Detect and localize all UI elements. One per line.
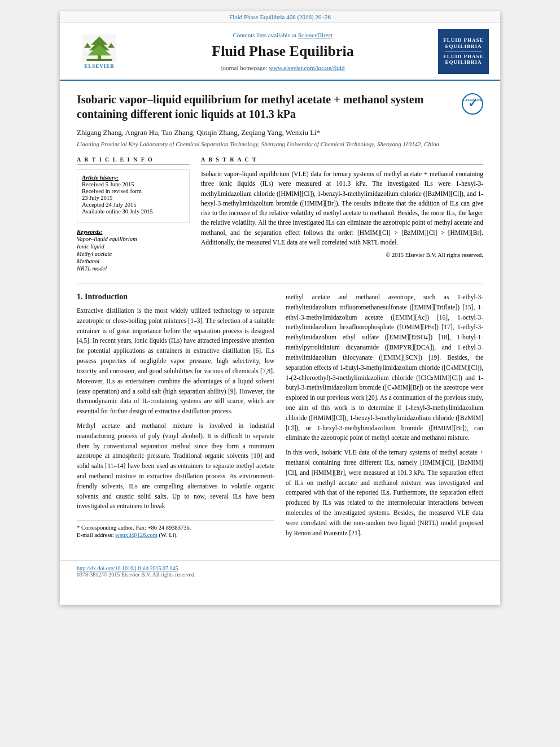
history-label: Article history: (82, 174, 185, 181)
fpe-logo: FLUID PHASE EQUILIBRIA FLUID PHASE EQUIL… (438, 29, 489, 74)
journal-title: Fluid Phase Equilibria (136, 43, 430, 60)
keyword-1: Vapor–liquid equilibrium (77, 236, 190, 242)
email-note: E-mail address: wenxli@126.com (W. Li). (77, 532, 274, 538)
article-info-abstract-section: A R T I C L E I N F O Article history: R… (77, 156, 483, 272)
journal-ref: Fluid Phase Equilibria 408 (2016) 20–26 (229, 14, 331, 20)
page: Fluid Phase Equilibria 408 (2016) 20–26 … (60, 11, 500, 605)
keyword-4: Methanol (77, 258, 190, 264)
article-body: Isobaric vapor–liquid equilibrium for me… (60, 81, 500, 554)
fpe-logo-area: FLUID PHASE EQUILIBRIA FLUID PHASE EQUIL… (435, 29, 492, 74)
intro-right-para-2: In this work, isobaric VLE data of the t… (286, 448, 483, 538)
homepage-url[interactable]: www.elsevier.com/locate/fluid (269, 64, 344, 71)
crossmark-icon: ✓ CrossMark (462, 93, 483, 115)
intro-right-para-1: methyl acetate and methanol azeotrope, s… (286, 292, 483, 443)
email-link[interactable]: wenxli@126.com (115, 532, 158, 538)
section1-text-left: Extractive distillation is the most wide… (77, 306, 274, 512)
abstract-text: Isobaric vapor–liquid equilibrium (VLE) … (201, 169, 483, 247)
section1-text-right: methyl acetate and methanol azeotrope, s… (286, 292, 483, 539)
abstract-col: A B S T R A C T Isobaric vapor–liquid eq… (201, 156, 483, 272)
affiliation: Liaoning Provincial Key Laboratory of Ch… (77, 141, 483, 147)
keywords-label: Keywords: (77, 229, 190, 235)
footer-issn: 0378-3812/© 2015 Elsevier B.V. All right… (77, 571, 483, 578)
authors: Zhigang Zhang, Angran Hu, Tao Zhang, Qin… (77, 128, 483, 137)
keyword-5: NRTL model (77, 265, 190, 272)
article-title-area: Isobaric vapor–liquid equilibrium for me… (77, 92, 483, 121)
section1-number: 1. (77, 292, 83, 301)
corresponding-note: * Corresponding author. Fax: +86 24 8938… (77, 525, 274, 531)
doi-link[interactable]: http://dx.doi.org/10.1016/j.fluid.2015.0… (77, 565, 178, 571)
copyright: © 2015 Elsevier B.V. All rights reserved… (201, 252, 483, 258)
footer-doi: http://dx.doi.org/10.1016/j.fluid.2015.0… (77, 565, 483, 571)
journal-ref-bar: Fluid Phase Equilibria 408 (2016) 20–26 (60, 11, 500, 23)
journal-header: ELSEVIER Contents lists available at Sci… (60, 23, 500, 81)
accepted-date: Accepted 24 July 2015 (82, 202, 185, 208)
history-group: Article history: Received 5 June 2015 Re… (82, 174, 185, 215)
article-info-label: A R T I C L E I N F O (77, 156, 190, 165)
sciencedirect-link[interactable]: ScienceDirect (298, 32, 333, 38)
article-title-text: Isobaric vapor–liquid equilibrium for me… (77, 92, 456, 121)
article-info-box: Article history: Received 5 June 2015 Re… (77, 169, 190, 223)
elsevier-tree-icon (82, 34, 116, 62)
introduction-section: 1. Introduction Extractive distillation … (77, 292, 483, 543)
available-date: Available online 30 July 2015 (82, 208, 185, 215)
section-divider (77, 283, 483, 283)
email-label: E-mail address: (77, 532, 114, 538)
footer: http://dx.doi.org/10.1016/j.fluid.2015.0… (60, 560, 500, 582)
keywords-box: Keywords: Vapor–liquid equilibrium Ionic… (77, 229, 190, 272)
elsevier-logo-area: ELSEVIER (68, 29, 130, 74)
intro-para-1: Extractive distillation is the most wide… (77, 306, 274, 417)
received-revised-label: Received in revised form (82, 188, 185, 194)
contents-available: Contents lists available at ScienceDirec… (136, 32, 430, 38)
svg-text:CrossMark: CrossMark (463, 98, 482, 102)
received-date: Received 5 June 2015 (82, 181, 185, 187)
intro-right-col: methyl acetate and methanol azeotrope, s… (286, 292, 483, 543)
section1-title: 1. Introduction (77, 292, 274, 302)
intro-left-col: 1. Introduction Extractive distillation … (77, 292, 274, 543)
received-revised-date: 23 July 2015 (82, 195, 185, 201)
footnotes: * Corresponding author. Fax: +86 24 8938… (77, 521, 274, 538)
keyword-3: Methyl acetate (77, 251, 190, 257)
keyword-2: Ionic liquid (77, 243, 190, 250)
svg-rect-5 (87, 59, 112, 61)
abstract-label: A B S T R A C T (201, 156, 483, 165)
email-person: (W. Li). (159, 532, 178, 538)
section1-title-text: Introduction (85, 292, 128, 301)
elsevier-label: ELSEVIER (84, 63, 115, 69)
intro-para-2: Methyl acetate and methanol mixture is i… (77, 421, 274, 512)
journal-homepage: journal homepage: www.elsevier.com/locat… (136, 64, 430, 71)
article-info-col: A R T I C L E I N F O Article history: R… (77, 156, 190, 272)
journal-center: Contents lists available at ScienceDirec… (136, 29, 430, 74)
